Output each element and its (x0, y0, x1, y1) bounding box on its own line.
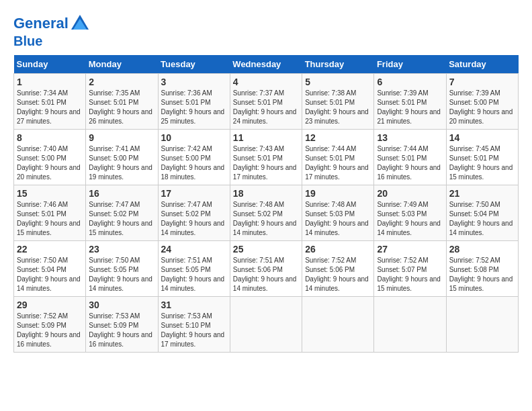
logo-icon (70, 13, 90, 34)
calendar-day-2: 2Sunrise: 7:35 AMSunset: 5:01 PMDaylight… (86, 74, 158, 130)
calendar-day-30: 30Sunrise: 7:53 AMSunset: 5:09 PMDayligh… (86, 297, 158, 353)
calendar-day-23: 23Sunrise: 7:50 AMSunset: 5:05 PMDayligh… (86, 241, 158, 297)
col-header-thursday: Thursday (302, 55, 374, 74)
calendar-day-20: 20Sunrise: 7:49 AMSunset: 5:03 PMDayligh… (374, 185, 446, 241)
calendar-day-16: 16Sunrise: 7:47 AMSunset: 5:02 PMDayligh… (86, 185, 158, 241)
calendar-day-29: 29Sunrise: 7:52 AMSunset: 5:09 PMDayligh… (14, 297, 86, 353)
calendar-day-9: 9Sunrise: 7:41 AMSunset: 5:00 PMDaylight… (86, 130, 158, 185)
calendar-day-empty (374, 297, 446, 353)
calendar-day-3: 3Sunrise: 7:36 AMSunset: 5:01 PMDaylight… (158, 74, 230, 130)
calendar-day-18: 18Sunrise: 7:48 AMSunset: 5:02 PMDayligh… (230, 185, 302, 241)
col-header-friday: Friday (374, 55, 446, 74)
calendar-day-25: 25Sunrise: 7:51 AMSunset: 5:06 PMDayligh… (230, 241, 302, 297)
calendar-day-22: 22Sunrise: 7:50 AMSunset: 5:04 PMDayligh… (14, 241, 86, 297)
calendar-day-empty (302, 297, 374, 353)
col-header-tuesday: Tuesday (158, 55, 230, 74)
calendar-table: SundayMondayTuesdayWednesdayThursdayFrid… (13, 55, 519, 353)
calendar-day-5: 5Sunrise: 7:38 AMSunset: 5:01 PMDaylight… (302, 74, 374, 130)
calendar-day-6: 6Sunrise: 7:39 AMSunset: 5:01 PMDaylight… (374, 74, 446, 130)
calendar-day-24: 24Sunrise: 7:51 AMSunset: 5:05 PMDayligh… (158, 241, 230, 297)
calendar-day-15: 15Sunrise: 7:46 AMSunset: 5:01 PMDayligh… (14, 185, 86, 241)
logo-text: General (13, 15, 69, 32)
calendar-day-17: 17Sunrise: 7:47 AMSunset: 5:02 PMDayligh… (158, 185, 230, 241)
calendar-day-21: 21Sunrise: 7:50 AMSunset: 5:04 PMDayligh… (446, 185, 518, 241)
calendar-week-2: 15Sunrise: 7:46 AMSunset: 5:01 PMDayligh… (14, 185, 519, 241)
calendar-day-empty (446, 297, 518, 353)
calendar-day-7: 7Sunrise: 7:39 AMSunset: 5:00 PMDaylight… (446, 74, 518, 130)
calendar-day-26: 26Sunrise: 7:52 AMSunset: 5:06 PMDayligh… (302, 241, 374, 297)
calendar-week-4: 29Sunrise: 7:52 AMSunset: 5:09 PMDayligh… (14, 297, 519, 353)
calendar-day-28: 28Sunrise: 7:52 AMSunset: 5:08 PMDayligh… (446, 241, 518, 297)
calendar-day-4: 4Sunrise: 7:37 AMSunset: 5:01 PMDaylight… (230, 74, 302, 130)
calendar-day-31: 31Sunrise: 7:53 AMSunset: 5:10 PMDayligh… (158, 297, 230, 353)
calendar-day-empty (230, 297, 302, 353)
calendar-day-11: 11Sunrise: 7:43 AMSunset: 5:01 PMDayligh… (230, 130, 302, 185)
calendar-day-19: 19Sunrise: 7:48 AMSunset: 5:03 PMDayligh… (302, 185, 374, 241)
calendar-day-10: 10Sunrise: 7:42 AMSunset: 5:00 PMDayligh… (158, 130, 230, 185)
logo-blue-text: Blue (13, 34, 90, 48)
calendar-day-14: 14Sunrise: 7:45 AMSunset: 5:01 PMDayligh… (446, 130, 518, 185)
calendar-week-1: 8Sunrise: 7:40 AMSunset: 5:00 PMDaylight… (14, 130, 519, 185)
calendar-day-12: 12Sunrise: 7:44 AMSunset: 5:01 PMDayligh… (302, 130, 374, 185)
col-header-saturday: Saturday (446, 55, 518, 74)
page-header: General Blue (13, 13, 519, 48)
calendar-day-8: 8Sunrise: 7:40 AMSunset: 5:00 PMDaylight… (14, 130, 86, 185)
calendar-header-row: SundayMondayTuesdayWednesdayThursdayFrid… (14, 55, 519, 74)
col-header-sunday: Sunday (14, 55, 86, 74)
logo: General Blue (13, 13, 90, 48)
calendar-day-27: 27Sunrise: 7:52 AMSunset: 5:07 PMDayligh… (374, 241, 446, 297)
calendar-week-3: 22Sunrise: 7:50 AMSunset: 5:04 PMDayligh… (14, 241, 519, 297)
col-header-wednesday: Wednesday (230, 55, 302, 74)
calendar-day-13: 13Sunrise: 7:44 AMSunset: 5:01 PMDayligh… (374, 130, 446, 185)
calendar-week-0: 1Sunrise: 7:34 AMSunset: 5:01 PMDaylight… (14, 74, 519, 130)
col-header-monday: Monday (86, 55, 158, 74)
calendar-day-1: 1Sunrise: 7:34 AMSunset: 5:01 PMDaylight… (14, 74, 86, 130)
